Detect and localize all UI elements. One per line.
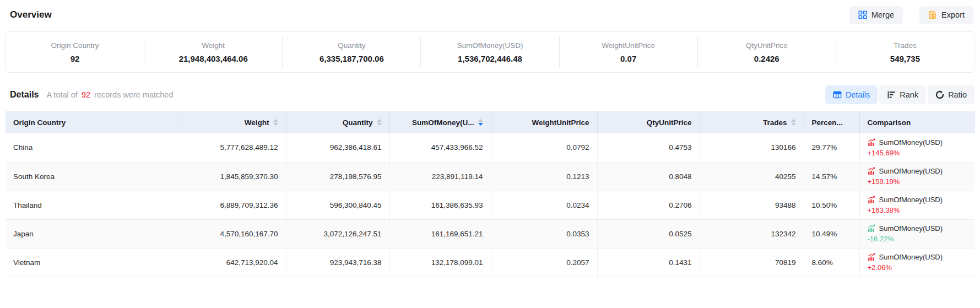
column-header-qty-unit-price: QtyUnitPrice [597, 111, 700, 133]
sort-carets-icon [478, 119, 483, 126]
cell-weight: 1,845,859,370.30 [182, 162, 286, 191]
trend-up-icon [868, 253, 876, 261]
cell-comparison: SumOfMoney(USD)-16.22% [859, 219, 975, 248]
column-header-content: Weight [190, 118, 278, 127]
tab-details[interactable]: Details [825, 85, 878, 104]
stat-value: 92 [71, 54, 80, 63]
comparison-metric-label: SumOfMoney(USD) [879, 167, 943, 175]
stat-label: Origin Country [51, 41, 99, 50]
sort-carets-icon [377, 119, 382, 126]
top-bar: Overview Merge Export [6, 4, 974, 25]
cell-percentage: 14.57% [804, 162, 859, 191]
comparison-metric-label: SumOfMoney(USD) [879, 138, 943, 147]
tab-label: Details [846, 90, 870, 99]
cell-qty-unit-price: 0.0525 [597, 219, 700, 248]
cell-qty-unit-price: 0.8048 [597, 162, 700, 191]
cell-comparison: SumOfMoney(USD)+2.06% [859, 248, 975, 277]
column-label: Weight [245, 118, 269, 127]
comparison-change: +145.69% [868, 149, 968, 157]
cell-weight: 5,777,628,489.12 [182, 133, 286, 162]
comparison-change: +2.06% [868, 263, 968, 272]
cell-comparison: SumOfMoney(USD)+163.38% [859, 191, 975, 219]
overview-stat-trades: Trades549,735 [836, 37, 974, 68]
rank-icon [887, 90, 896, 99]
table-header-row: Origin CountryWeightQuantitySumOfMoney(U… [6, 111, 975, 133]
sort-carets-icon [791, 119, 796, 126]
cell-weight: 4,570,160,167.70 [182, 219, 286, 248]
column-label: Comparison [868, 118, 911, 127]
trend-up-icon [868, 196, 876, 204]
tab-label: Ratio [948, 90, 967, 99]
cell-trades: 93488 [700, 191, 804, 219]
stat-label: Trades [894, 41, 917, 50]
trend-up-icon [868, 167, 876, 175]
overview-stat-origin-country: Origin Country92 [6, 37, 144, 68]
tab-rank[interactable]: Rank [879, 85, 926, 104]
column-header-content: Percen... [812, 118, 852, 127]
merge-icon [858, 10, 867, 19]
table-row: Vietnam642,713,920.04923,943,716.38132,1… [6, 248, 975, 277]
matched-count: 92 [82, 90, 90, 99]
cell-trades: 132342 [700, 219, 804, 248]
column-label: Trades [763, 118, 787, 127]
overview-stat-weightunitprice: WeightUnitPrice0.07 [560, 37, 698, 68]
details-icon [833, 90, 842, 99]
comparison-change: -16.22% [868, 235, 968, 243]
comparison-metric-label: SumOfMoney(USD) [879, 196, 943, 204]
cell-quantity: 923,943,716.38 [286, 248, 389, 277]
column-label: Origin Country [13, 118, 66, 127]
column-header-weight-unit-price: WeightUnitPrice [491, 111, 597, 133]
cell-comparison: SumOfMoney(USD)+145.69% [859, 133, 975, 162]
cell-trades: 130166 [700, 133, 804, 162]
stat-value: 549,735 [890, 54, 920, 63]
stat-label: SumOfMoney(USD) [457, 41, 523, 50]
cell-sum-of-money: 161,169,651.21 [389, 219, 491, 248]
column-header-trades[interactable]: Trades [700, 111, 804, 133]
cell-percentage: 10.50% [804, 191, 859, 219]
page-title: Overview [10, 9, 52, 20]
stat-label: QtyUnitPrice [746, 41, 788, 50]
column-header-weight[interactable]: Weight [182, 111, 286, 133]
cell-percentage: 29.77% [804, 133, 859, 162]
column-header-content: Quantity [294, 118, 382, 127]
tab-label: Rank [900, 90, 918, 99]
cell-weight: 642,713,920.04 [182, 248, 286, 277]
cell-qty-unit-price: 0.2706 [597, 191, 700, 219]
column-header-content: SumOfMoney(U... [398, 118, 483, 127]
cell-origin-country: South Korea [6, 162, 182, 191]
overview-stat-quantity: Quantity6,335,187,700.06 [283, 37, 421, 68]
data-table: Origin CountryWeightQuantitySumOfMoney(U… [6, 111, 975, 277]
column-header-content: QtyUnitPrice [605, 118, 692, 127]
cell-sum-of-money: 161,386,635.93 [389, 191, 491, 219]
table-row: Japan4,570,160,167.703,072,126,247.51161… [6, 219, 975, 248]
stat-value: 0.07 [620, 54, 636, 63]
column-label: SumOfMoney(U... [412, 118, 474, 127]
cell-trades: 40255 [700, 162, 804, 191]
column-header-sum-of-money[interactable]: SumOfMoney(U... [389, 111, 491, 133]
column-label: QtyUnitPrice [647, 118, 692, 127]
stat-value: 6,335,187,700.06 [320, 54, 384, 63]
matched-suffix: records were matched [94, 90, 173, 99]
column-header-content: Comparison [868, 118, 968, 127]
view-switcher: DetailsRankRatio [825, 85, 974, 104]
column-header-country: Origin Country [6, 111, 182, 133]
page: Overview Merge Export Origin Country92We… [0, 0, 980, 277]
export-button[interactable]: Export [919, 6, 973, 24]
column-header-quantity[interactable]: Quantity [286, 111, 389, 133]
matched-prefix: A total of [46, 90, 77, 99]
cell-origin-country: China [6, 133, 182, 162]
tab-ratio[interactable]: Ratio [928, 85, 974, 104]
stat-value: 21,948,403,464.06 [179, 54, 248, 63]
cell-percentage: 10.49% [804, 219, 859, 248]
cell-weight-unit-price: 0.2057 [491, 248, 597, 277]
overview-stat-sumofmoney-usd: SumOfMoney(USD)1,536,702,446.48 [421, 37, 559, 68]
trend-up-icon [868, 138, 876, 147]
table-row: South Korea1,845,859,370.30278,198,576.9… [6, 162, 975, 191]
cell-comparison: SumOfMoney(USD)+159.19% [859, 162, 975, 191]
comparison-change: +163.38% [868, 206, 968, 214]
comparison-metric: SumOfMoney(USD) [868, 224, 968, 233]
sort-carets-icon [273, 119, 278, 126]
cell-sum-of-money: 132,178,099.01 [389, 248, 491, 277]
comparison-metric: SumOfMoney(USD) [868, 253, 968, 261]
merge-button[interactable]: Merge [849, 6, 903, 24]
